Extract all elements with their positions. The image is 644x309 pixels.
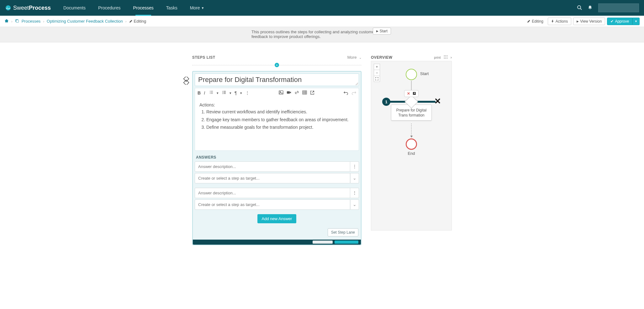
svg-rect-28 (444, 58, 445, 59)
zoom-fit-button[interactable] (374, 76, 380, 82)
crumb-current[interactable]: Optimizing Customer Feedback Collection (47, 19, 123, 24)
top-right-tools (577, 3, 644, 12)
nav-documents[interactable]: Documents (57, 0, 92, 16)
svg-point-0 (6, 5, 11, 10)
user-area-placeholder[interactable] (598, 3, 639, 12)
nav-tasks[interactable]: Tasks (160, 0, 184, 16)
svg-point-2 (578, 6, 581, 9)
para-dropdown[interactable]: ▾ (240, 91, 242, 95)
brand-text-b: Process (29, 5, 51, 11)
answer-row: ⋮ (195, 161, 359, 172)
actions-label: Actions: (199, 101, 354, 108)
breadcrumb-bar: › Processes › Optimizing Customer Feedba… (0, 16, 644, 27)
overview-canvas[interactable]: + − Start ✕ (371, 61, 452, 230)
bolt-icon (551, 20, 554, 23)
zoom-out-button[interactable]: − (374, 70, 380, 76)
answer-description-input[interactable] (195, 161, 350, 172)
ul-dropdown[interactable]: ▾ (230, 91, 231, 95)
step-title-input[interactable]: Prepare for Digital Transformation (195, 73, 359, 86)
link-button[interactable] (294, 90, 299, 96)
svg-rect-30 (447, 58, 447, 59)
process-description: This process outlines the steps for coll… (251, 30, 391, 39)
chevron-right-icon[interactable]: › (451, 55, 452, 60)
footer-primary-button[interactable] (335, 241, 358, 244)
svg-point-10 (222, 93, 223, 94)
answer-target-select[interactable] (195, 173, 350, 183)
redo-button[interactable] (351, 90, 356, 96)
approve-button[interactable]: ✔ Approve (607, 18, 632, 25)
remove-node-button[interactable]: ✕ (434, 96, 441, 106)
target-dropdown-button[interactable]: ⌄ (350, 199, 359, 210)
play-icon: ▶ (577, 20, 579, 23)
italic-button[interactable]: I (204, 90, 205, 95)
bell-icon[interactable] (588, 5, 593, 11)
primary-nav: Documents Procedures Processes Tasks Mor… (57, 0, 210, 16)
print-button[interactable]: print (434, 56, 441, 59)
svg-rect-27 (447, 57, 447, 57)
zoom-in-button[interactable]: + (374, 64, 380, 70)
step-editor-card: Prepare for Digital Transformation B I ▾… (192, 71, 362, 245)
steps-list-more[interactable]: More ⌄ (347, 55, 362, 60)
nav-procedures[interactable]: Procedures (92, 0, 127, 16)
flow-step-node[interactable]: ✕ 1 ✕ Prepare for Digital Trans formatio… (391, 90, 432, 121)
answer-target-select[interactable] (195, 199, 350, 210)
answers-title: ANSWERS (196, 155, 358, 160)
chevron-down-icon: ▼ (635, 20, 637, 23)
start-process-button[interactable]: ▶ Start (373, 28, 391, 35)
external-link-button[interactable] (310, 90, 314, 96)
add-answer-button[interactable]: Add new Answer (257, 214, 297, 223)
steps-list-header: STEPS LIST More ⌄ (192, 55, 362, 60)
brand-logo[interactable]: SweetProcess (0, 5, 57, 11)
more-formatting-button[interactable]: ⋮ (245, 90, 250, 95)
action-item: Engage key team members to gather feedba… (206, 116, 354, 123)
check-icon: ✔ (610, 19, 614, 24)
svg-line-3 (580, 8, 582, 10)
description-strip: This process outlines the steps for coll… (0, 27, 644, 42)
svg-point-15 (280, 91, 280, 92)
answers-section: ANSWERS ⋮ ⌄ ⋮ ⌄ Add ne (193, 151, 361, 227)
paragraph-button[interactable]: ¶ (235, 90, 237, 95)
home-icon[interactable] (4, 19, 9, 24)
answer-menu-button[interactable]: ⋮ (350, 161, 359, 172)
target-dropdown-button[interactable]: ⌄ (350, 173, 359, 183)
svg-rect-25 (444, 57, 445, 57)
decision-icon[interactable] (182, 77, 190, 86)
svg-rect-11 (224, 91, 226, 91)
set-step-lane-button[interactable]: Set Step Lane (328, 228, 358, 236)
crumb-processes[interactable]: Processes (22, 19, 41, 24)
footer-secondary-button[interactable] (313, 241, 333, 244)
svg-point-8 (222, 91, 223, 92)
flow-end-node[interactable]: End (406, 138, 417, 156)
ordered-list-button[interactable] (209, 90, 214, 96)
page-action-buttons: Editing Actions ▶ View Version ✔ Approve… (525, 18, 640, 25)
editor-toolbar: B I ▾ ▾ ¶ ▾ ⋮ (195, 88, 359, 98)
start-label: Start (420, 71, 429, 76)
image-button[interactable] (279, 90, 283, 96)
step-content-editor[interactable]: Actions: Review current workflows and id… (195, 98, 359, 151)
answer-target-row: ⌄ (195, 173, 359, 183)
editing-indicator[interactable]: Editing (525, 18, 546, 25)
bold-button[interactable]: B (198, 90, 201, 95)
svg-rect-17 (303, 91, 307, 94)
view-version-button[interactable]: ▶ View Version (573, 18, 605, 25)
open-step-button[interactable] (413, 92, 416, 96)
expand-icon[interactable] (444, 55, 447, 59)
video-button[interactable] (287, 90, 291, 96)
nav-more[interactable]: More ▼ (184, 0, 211, 16)
answer-menu-button[interactable]: ⋮ (350, 188, 359, 198)
svg-rect-5 (16, 20, 18, 22)
add-step-button[interactable]: + (275, 63, 279, 67)
approve-dropdown[interactable]: ▼ (632, 18, 640, 25)
flow-start-node[interactable]: Start (406, 69, 417, 80)
search-icon[interactable] (577, 5, 582, 11)
ol-dropdown[interactable]: ▾ (217, 91, 219, 95)
nav-processes[interactable]: Processes (127, 0, 160, 16)
table-button[interactable] (302, 90, 307, 96)
undo-button[interactable] (344, 90, 348, 96)
step-number-badge: 1 (382, 98, 390, 106)
answer-description-input[interactable] (195, 188, 350, 198)
action-item: Review current workflows and identify in… (206, 108, 354, 115)
delete-step-button[interactable]: ✕ (407, 91, 410, 96)
unordered-list-button[interactable] (222, 90, 226, 96)
actions-button[interactable]: Actions (548, 18, 571, 25)
